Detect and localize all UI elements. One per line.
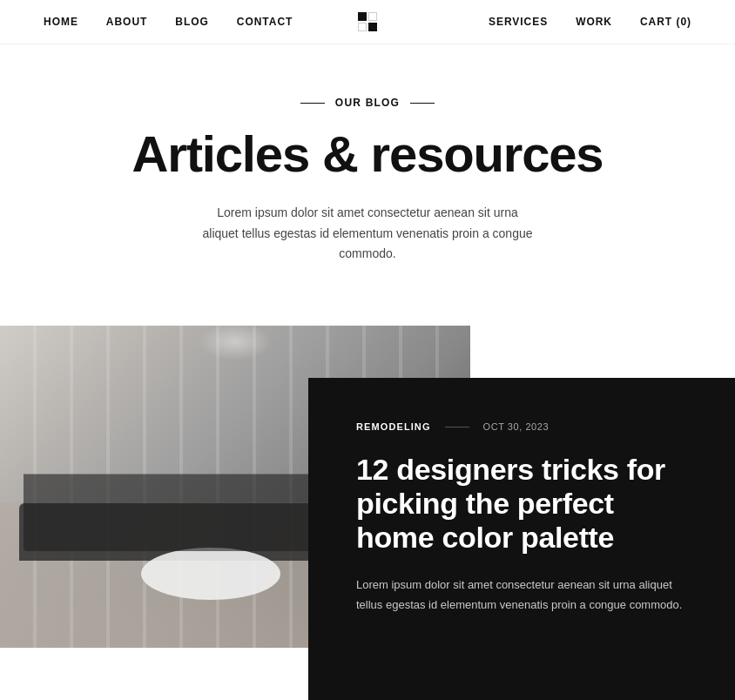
nav-blog[interactable]: BLOG — [175, 16, 209, 28]
site-logo[interactable] — [358, 12, 377, 31]
navigation: HOME ABOUT BLOG CONTACT SERVICES WORK CA… — [0, 0, 735, 44]
article-card[interactable]: REMODELING OCT 30, 2023 12 designers tri… — [308, 378, 735, 700]
nav-cart[interactable]: CART (0) — [640, 16, 691, 28]
nav-left: HOME ABOUT BLOG CONTACT — [44, 16, 293, 28]
article-category: REMODELING — [356, 421, 431, 432]
page-title: Articles & resources — [44, 126, 691, 182]
nav-work[interactable]: WORK — [576, 16, 612, 28]
nav-about[interactable]: ABOUT — [106, 16, 147, 28]
article-title: 12 designers tricks for picking the perf… — [356, 453, 696, 555]
nav-contact[interactable]: CONTACT — [237, 16, 293, 28]
nav-home[interactable]: HOME — [44, 16, 78, 28]
article-description: Lorem ipsum dolor sit amet consectetur a… — [356, 575, 696, 614]
article-date: OCT 30, 2023 — [483, 421, 550, 432]
card-meta: REMODELING OCT 30, 2023 — [356, 421, 696, 432]
featured-article-section: REMODELING OCT 30, 2023 12 designers tri… — [0, 326, 735, 700]
meta-divider — [445, 427, 469, 427]
section-label: OUR BLOG — [44, 97, 691, 109]
hero-description: Lorem ipsum dolor sit amet consectetur a… — [202, 203, 533, 265]
hero-section: OUR BLOG Articles & resources Lorem ipsu… — [0, 44, 735, 300]
nav-right: SERVICES WORK CART (0) — [489, 16, 691, 28]
nav-services[interactable]: SERVICES — [489, 16, 548, 28]
